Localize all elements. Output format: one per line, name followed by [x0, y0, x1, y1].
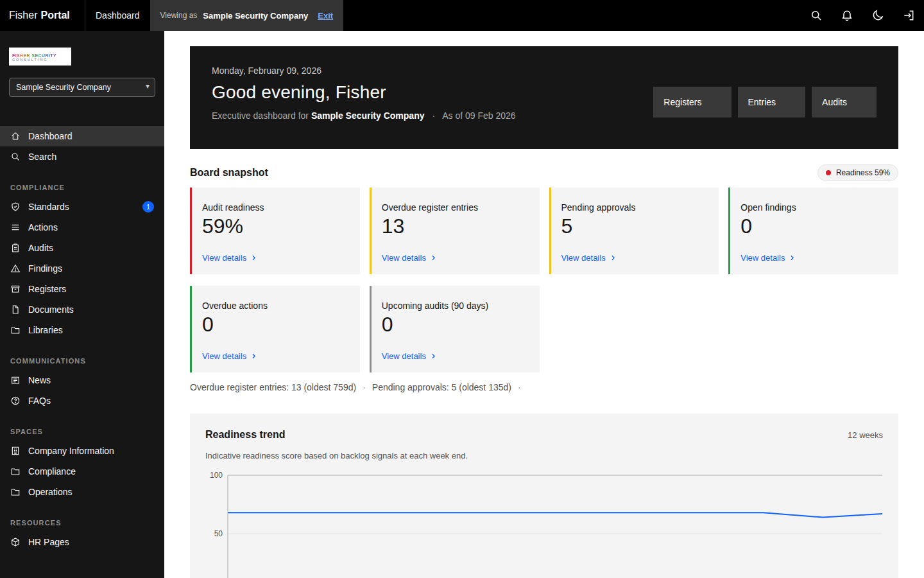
backlog-summary-line: Overdue register entries: 13 (oldest 759…	[190, 382, 898, 392]
archive-icon	[10, 284, 21, 294]
metric-card-title: Open findings	[740, 202, 888, 213]
svg-text:50: 50	[214, 529, 223, 538]
summary-part2: Pending approvals: 5 (oldest 135d)	[372, 382, 511, 392]
trend-title: Readiness trend	[205, 429, 285, 441]
hero-button-entries[interactable]: Entries	[738, 87, 806, 118]
topnav-dashboard[interactable]: Dashboard	[85, 0, 150, 31]
sidebar-item-label: Search	[28, 152, 56, 162]
metric-card-upcoming-audits-90-days: Upcoming audits (90 days)0View details	[370, 286, 540, 372]
sidebar-item-label: Findings	[28, 263, 62, 274]
hero-card: Monday, February 09, 2026 Good evening, …	[190, 46, 898, 149]
sidebar-item-label: HR Pages	[28, 537, 69, 547]
viewing-as-label: Viewing as	[160, 11, 198, 20]
search-icon	[10, 152, 21, 162]
sidebar-item-actions[interactable]: Actions	[0, 217, 164, 238]
metric-card-overdue-actions: Overdue actions0View details	[190, 286, 360, 372]
list-icon	[10, 222, 21, 232]
company-logo-subtext: CONSULTING	[12, 58, 68, 62]
view-details-link-upcoming-audits-90-days[interactable]: View details	[382, 351, 529, 361]
hero-buttons: RegistersEntriesAudits	[653, 87, 877, 118]
metric-card-title: Overdue register entries	[382, 202, 529, 213]
sidebar-item-label: Company Information	[28, 446, 114, 456]
readiness-pill-label: Readiness 59%	[836, 168, 890, 177]
hero-subtitle-asof: As of 09 Feb 2026	[442, 110, 515, 121]
sidebar: FISHER SECURITY CONSULTING Sample Securi…	[0, 31, 164, 578]
view-details-link-audit-readiness[interactable]: View details	[202, 253, 350, 263]
logout-button[interactable]	[893, 0, 924, 31]
notification-badge: 1	[142, 201, 154, 213]
hero-left: Monday, February 09, 2026 Good evening, …	[212, 66, 516, 130]
search-button[interactable]	[801, 0, 832, 31]
folder-icon	[10, 487, 21, 497]
company-select[interactable]: Sample Security Company	[9, 78, 155, 97]
view-details-link-overdue-register-entries[interactable]: View details	[382, 253, 529, 263]
folder-icon	[10, 466, 21, 477]
hero-subtitle: Executive dashboard for Sample Security …	[212, 110, 516, 121]
hero-subtitle-company: Sample Security Company	[311, 110, 425, 121]
sidebar-item-label: Operations	[28, 487, 72, 497]
viewing-as-banner: Viewing as Sample Security Company Exit	[150, 0, 344, 31]
sidebar-section-title: COMPLIANCE	[0, 184, 164, 191]
brand-suffix: Portal	[40, 10, 69, 21]
sidebar-item-dashboard[interactable]: Dashboard	[0, 126, 164, 146]
metric-card-value: 13	[382, 214, 529, 238]
readiness-trend-card: Readiness trend 12 weeks Indicative read…	[190, 414, 898, 578]
home-icon	[10, 131, 21, 141]
warning-icon	[10, 263, 21, 274]
sidebar-item-compliance[interactable]: Compliance	[0, 461, 164, 482]
sidebar-item-audits[interactable]: Audits	[0, 238, 164, 258]
notifications-icon	[841, 9, 853, 22]
document-icon	[10, 304, 21, 315]
trend-header: Readiness trend 12 weeks	[205, 429, 883, 441]
sidebar-item-documents[interactable]: Documents	[0, 299, 164, 320]
sidebar-item-findings[interactable]: Findings	[0, 258, 164, 279]
exit-viewing-as-link[interactable]: Exit	[318, 11, 333, 21]
summary-separator: ·	[363, 382, 366, 392]
company-select-wrap: Sample Security Company ▾	[9, 78, 155, 97]
svg-text:100: 100	[210, 471, 223, 480]
hero-button-audits[interactable]: Audits	[812, 87, 877, 118]
notifications-button[interactable]	[832, 0, 862, 31]
summary-trailing-separator: ·	[518, 382, 521, 392]
readiness-trend-chart: 10050	[205, 471, 883, 578]
sidebar-section-title: SPACES	[0, 428, 164, 435]
view-details-link-pending-approvals[interactable]: View details	[561, 253, 709, 263]
dark-mode-button[interactable]	[862, 0, 893, 31]
sidebar-item-standards[interactable]: Standards1	[0, 197, 164, 217]
board-snapshot-header: Board snapshot Readiness 59%	[190, 164, 898, 181]
brand-prefix: Fisher	[9, 10, 37, 21]
help-icon	[10, 396, 21, 406]
metric-card-value: 0	[202, 312, 350, 337]
folder-icon	[10, 325, 21, 335]
sidebar-section-resources: RESOURCESHR Pages	[0, 519, 164, 552]
sidebar-item-operations[interactable]: Operations	[0, 482, 164, 502]
sidebar-item-news[interactable]: News	[0, 370, 164, 390]
sidebar-section-compliance: COMPLIANCEStandards1ActionsAuditsFinding…	[0, 184, 164, 340]
building-icon	[10, 446, 21, 456]
hero-button-registers[interactable]: Registers	[653, 87, 731, 118]
sidebar-section-spaces: SPACESCompany InformationComplianceOpera…	[0, 428, 164, 502]
sidebar-item-hr-pages[interactable]: HR Pages	[0, 532, 164, 552]
main-content: Monday, February 09, 2026 Good evening, …	[164, 31, 924, 578]
sidebar-item-company-information[interactable]: Company Information	[0, 441, 164, 461]
greeting-title: Good evening, Fisher	[212, 82, 516, 103]
sidebar-item-faqs[interactable]: FAQs	[0, 390, 164, 411]
sidebar-item-label: Audits	[28, 243, 53, 253]
company-logo: FISHER SECURITY CONSULTING	[9, 48, 71, 66]
sidebar-nav: DashboardSearchCOMPLIANCEStandards1Actio…	[0, 126, 164, 552]
view-details-link-overdue-actions[interactable]: View details	[202, 351, 350, 361]
view-details-link-open-findings[interactable]: View details	[740, 253, 888, 263]
trend-range-label: 12 weeks	[848, 430, 883, 440]
sidebar-item-label: Libraries	[28, 325, 63, 335]
sidebar-item-libraries[interactable]: Libraries	[0, 320, 164, 340]
brand-logo[interactable]: Fisher Portal	[0, 0, 85, 31]
metric-card-pending-approvals: Pending approvals5View details	[549, 188, 719, 274]
dark-mode-icon	[871, 9, 884, 22]
metric-card-title: Overdue actions	[202, 301, 350, 311]
sidebar-item-search[interactable]: Search	[0, 146, 164, 167]
sidebar-item-label: Registers	[28, 284, 66, 294]
sidebar-item-registers[interactable]: Registers	[0, 279, 164, 299]
metric-card-title: Pending approvals	[561, 202, 709, 213]
trend-line-chart-svg: 10050	[205, 471, 883, 578]
cube-icon	[10, 537, 21, 547]
